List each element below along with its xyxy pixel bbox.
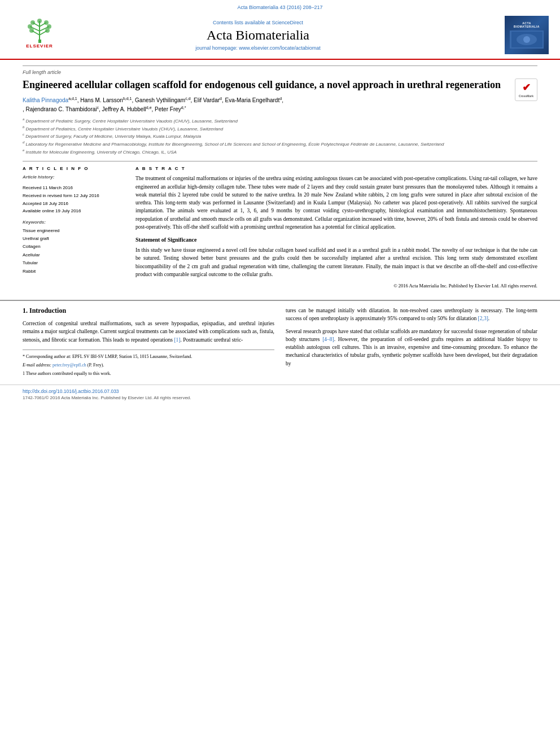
abstract-title: A B S T R A C T: [135, 166, 537, 171]
page-wrapper: Acta Biomaterialia 43 (2016) 208–217: [0, 0, 560, 404]
keyword-3: Collagen: [23, 243, 124, 251]
acta-cover-image: [510, 30, 544, 49]
keyword-4: Acellular: [23, 251, 124, 259]
copyright-text: © 2016 Acta Materialia Inc. Published by…: [135, 283, 537, 289]
footnote-equal: 1 These authors contributed equally to t…: [23, 370, 274, 377]
affiliation-b: b Department of Pediatrics, Centre Hospi…: [23, 125, 537, 133]
significance-title: Statement of Significance: [135, 237, 537, 243]
svg-point-14: [37, 19, 42, 23]
svg-rect-0: [38, 40, 41, 43]
keywords-label: Keywords:: [23, 220, 124, 225]
acta-cover-thumbnail: ACTABIOMATERIALIA: [505, 16, 549, 54]
article-info-title: A R T I C L E I N F O: [23, 166, 124, 171]
acta-cover-title: ACTABIOMATERIALIA: [514, 21, 540, 28]
abstract-text: The treatment of congenital malformation…: [135, 174, 537, 231]
author-pinnagoda: Kalitha Pinnagoda: [23, 98, 68, 104]
online-date: Available online 19 July 2016: [23, 207, 124, 215]
journal-main-title: Acta Biomaterialia: [11, 28, 505, 43]
header-content: ELSEVIER Contents lists available at Sci…: [11, 14, 549, 56]
affiliation-d: d Laboratory for Regenerative Medicine a…: [23, 140, 537, 148]
keyword-1: Tissue engineered: [23, 227, 124, 235]
journal-ref: Acta Biomaterialia 43 (2016) 208–217: [11, 5, 549, 10]
article-title: Engineered acellular collagen scaffold f…: [23, 78, 537, 91]
authors-list: Kalitha Pinnagodaa,d,1, Hans M. Larssonb…: [23, 96, 537, 113]
elsevier-brand-text: ELSEVIER: [26, 43, 53, 49]
svg-point-8: [29, 28, 34, 33]
svg-point-17: [523, 36, 530, 43]
ref-4-8[interactable]: [4–8]: [322, 337, 334, 342]
svg-point-11: [45, 28, 50, 33]
keyword-2: Urethral graft: [23, 235, 124, 243]
footnote-corresponding: * Corresponding author at: EPFL SV IBI-S…: [23, 353, 274, 360]
svg-point-9: [28, 24, 32, 29]
article-info-abstract: A R T I C L E I N F O Article history: R…: [23, 161, 537, 294]
abstract-panel: A B S T R A C T The treatment of congeni…: [135, 166, 537, 294]
crossmark-label: CrossMark: [519, 94, 533, 98]
intro-right: tures can be managed initially with dila…: [286, 307, 537, 379]
intro-left: 1. Introduction Correction of congenital…: [23, 307, 274, 379]
svg-point-12: [47, 24, 51, 29]
keyword-6: Rabbit: [23, 268, 124, 276]
affiliation-a: a Department of Pediatric Surgery, Centr…: [23, 117, 537, 125]
intro-paragraph-right-1: tures can be managed initially with dila…: [286, 307, 537, 323]
revised-date: Received in revised form 12 July 2016: [23, 192, 124, 200]
footnote-email: E-mail address: peter.frey@epfl.ch (P. F…: [23, 362, 274, 369]
bottom-links: http://dx.doi.org/10.1016/j.actbio.2016.…: [0, 385, 560, 404]
svg-point-13: [44, 20, 49, 25]
affiliation-e: e Institute for Molecular Engineering, U…: [23, 148, 537, 156]
intro-two-col: 1. Introduction Correction of congenital…: [23, 307, 537, 379]
journal-homepage: journal homepage: www.elsevier.com/locat…: [11, 45, 505, 51]
article-type: Full length article: [23, 65, 537, 75]
journal-title-center: Contents lists available at ScienceDirec…: [11, 20, 505, 51]
main-content: Full length article Engineered acellular…: [0, 60, 560, 300]
introduction-section: 1. Introduction Correction of congenital…: [0, 300, 560, 385]
svg-point-10: [30, 20, 35, 25]
affiliation-c: c Department of Surgery, Faculty of Medi…: [23, 132, 537, 140]
intro-paragraph-right-2: Several research groups have stated that…: [286, 327, 537, 368]
email-link[interactable]: peter.frey@epfl.ch: [53, 362, 86, 368]
sciencedirect-label: Contents lists available at ScienceDirec…: [11, 20, 505, 25]
footnote-area: * Corresponding author at: EPFL SV IBI-S…: [23, 350, 274, 377]
significance-text: In this study we have tissue engineered …: [135, 246, 537, 278]
article-info-panel: A R T I C L E I N F O Article history: R…: [23, 166, 124, 294]
intro-paragraph-1: Correction of congenital urethral malfor…: [23, 320, 274, 344]
ref-1[interactable]: [1]: [174, 337, 180, 343]
article-history-label: Article history:: [23, 174, 124, 180]
elsevier-logo: ELSEVIER: [11, 14, 68, 53]
ref-2-3[interactable]: [2,3]: [478, 316, 488, 321]
crossmark-icon: ✔: [522, 81, 531, 94]
doi-link[interactable]: http://dx.doi.org/10.1016/j.actbio.2016.…: [23, 388, 537, 394]
affiliations: a Department of Pediatric Surgery, Centr…: [23, 117, 537, 155]
journal-header: Acta Biomaterialia 43 (2016) 208–217: [0, 0, 560, 60]
issn-text: 1742-7061/© 2016 Acta Materialia Inc. Pu…: [23, 395, 537, 400]
elsevier-tree-icon: [21, 18, 58, 43]
accepted-date: Accepted 18 July 2016: [23, 200, 124, 208]
acta-cover-graphic: [511, 32, 542, 47]
section-heading: 1. Introduction: [23, 307, 274, 315]
keyword-5: Tubular: [23, 259, 124, 267]
crossmark-badge[interactable]: ✔ CrossMark: [515, 78, 537, 101]
article-history-items: Received 11 March 2016 Received in revis…: [23, 184, 124, 215]
received-date: Received 11 March 2016: [23, 184, 124, 192]
keywords-list: Tissue engineered Urethral graft Collage…: [23, 227, 124, 276]
